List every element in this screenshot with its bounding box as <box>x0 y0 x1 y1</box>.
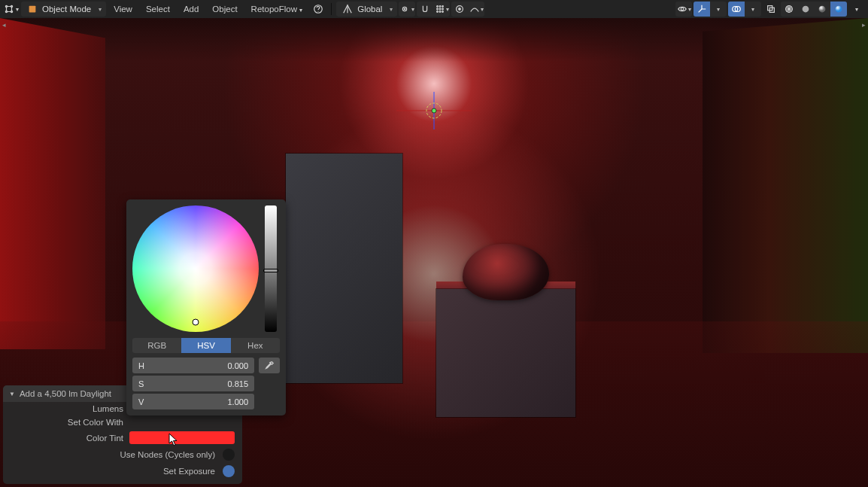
svg-point-14 <box>442 8 444 10</box>
shading-options-dropdown[interactable]: ▾ <box>848 1 865 17</box>
value-field[interactable]: V 1.000 <box>132 394 254 409</box>
editor-type-dropdown[interactable]: ▾ <box>3 1 20 17</box>
wall-left <box>0 18 105 349</box>
proportional-toggle[interactable] <box>451 2 468 17</box>
object-suzanne <box>463 244 549 300</box>
set-color-with-label: Set Color With <box>11 418 123 427</box>
viewport-corner-left[interactable]: ◂ <box>2 21 6 29</box>
shading-wireframe[interactable] <box>781 2 797 17</box>
shading-rendered[interactable] <box>830 2 847 17</box>
tab-hsv[interactable]: HSV <box>181 338 230 353</box>
wall-right <box>703 18 868 353</box>
menu-select[interactable]: Select <box>140 5 176 14</box>
overlay-dropdown[interactable]: ▾ <box>745 2 761 17</box>
gizmo-toggle[interactable] <box>693 2 710 17</box>
saturation-value: 0.815 <box>227 379 248 388</box>
color-tint-label: Color Tint <box>11 434 123 443</box>
disclosure-triangle-icon: ▼ <box>9 391 15 397</box>
tab-hex[interactable]: Hex <box>231 338 280 353</box>
value-label: V <box>138 397 144 406</box>
proportional-curve-dropdown[interactable]: ▾ <box>468 2 484 17</box>
svg-point-26 <box>803 6 809 13</box>
svg-point-6 <box>318 11 319 12</box>
xray-toggle[interactable] <box>763 1 779 17</box>
mouse-cursor-icon <box>168 433 179 446</box>
shading-solid[interactable] <box>797 2 814 17</box>
mode-label: Object Mode <box>42 5 91 14</box>
cursor-3d <box>389 92 479 129</box>
eyedropper-button[interactable] <box>259 358 280 373</box>
svg-point-10 <box>439 6 441 8</box>
svg-point-16 <box>439 11 441 13</box>
operator-title: Add a 4,500 lm Daylight <box>20 389 111 398</box>
object-short-box <box>436 289 575 417</box>
visibility-dropdown[interactable]: ▾ <box>675 2 692 17</box>
value-slider[interactable] <box>265 205 277 332</box>
svg-point-19 <box>459 8 461 11</box>
help-icon[interactable] <box>310 1 326 17</box>
menu-object[interactable]: Object <box>206 5 243 14</box>
object-tall-box <box>286 154 402 383</box>
svg-point-32 <box>432 108 436 113</box>
mode-dropdown[interactable]: Object Mode ▾ <box>21 2 106 17</box>
color-wheel-cursor <box>193 318 199 325</box>
saturation-label: S <box>138 379 144 388</box>
use-nodes-checkbox[interactable] <box>223 449 235 461</box>
orientation-dropdown[interactable]: Global ▾ <box>336 2 397 17</box>
menu-view[interactable]: View <box>108 5 138 14</box>
svg-point-31 <box>426 103 442 118</box>
saturation-field[interactable]: S 0.815 <box>132 376 254 391</box>
svg-rect-4 <box>29 6 36 13</box>
hue-field[interactable]: H 0.000 <box>132 358 254 373</box>
menu-retopoflow[interactable]: RetopoFlow ▾ <box>245 5 309 14</box>
color-wheel[interactable] <box>132 205 259 332</box>
svg-point-17 <box>442 11 444 13</box>
hue-value: 0.000 <box>227 361 248 370</box>
svg-point-9 <box>437 6 439 8</box>
svg-point-13 <box>439 8 441 10</box>
svg-point-20 <box>681 8 684 11</box>
value-value: 1.000 <box>227 397 248 406</box>
tab-rgb[interactable]: RGB <box>132 338 181 353</box>
set-exposure-label: Set Exposure <box>163 467 215 476</box>
menu-add[interactable]: Add <box>178 5 205 14</box>
value-slider-thumb <box>263 269 278 272</box>
hue-label: H <box>138 361 144 370</box>
viewport-3d[interactable]: ▼ Add a 4,500 lm Daylight Lumens Set Col… <box>0 18 868 487</box>
use-nodes-label: Use Nodes (Cycles only) <box>120 450 215 459</box>
svg-point-12 <box>437 8 439 10</box>
lumens-label: Lumens <box>11 404 123 413</box>
svg-point-27 <box>819 6 826 13</box>
pivot-point-dropdown[interactable]: ▾ <box>399 2 415 17</box>
orientation-label: Global <box>357 5 382 14</box>
viewport-header: ▾ Object Mode ▾ View Select Add Object R… <box>0 0 868 18</box>
shading-mode-group <box>781 2 847 17</box>
set-exposure-checkbox[interactable] <box>223 465 235 477</box>
gizmo-dropdown[interactable]: ▾ <box>710 2 727 17</box>
snap-dropdown[interactable]: ▾ <box>433 2 450 17</box>
svg-point-8 <box>405 8 405 9</box>
svg-point-15 <box>437 11 439 13</box>
color-picker-popover: RGB HSV Hex H 0.000 S 0.815 V 1.000 <box>126 199 286 415</box>
overlay-toggle[interactable] <box>728 2 745 17</box>
color-tint-swatch[interactable] <box>129 431 235 444</box>
color-mode-tabs: RGB HSV Hex <box>132 338 280 353</box>
svg-point-11 <box>442 6 444 8</box>
viewport-corner-right[interactable]: ▸ <box>862 21 866 29</box>
pivot-snap-group: ▾ <box>399 2 415 17</box>
shading-matprev[interactable] <box>814 2 830 17</box>
svg-point-28 <box>836 6 842 13</box>
snap-toggle[interactable] <box>417 2 433 17</box>
